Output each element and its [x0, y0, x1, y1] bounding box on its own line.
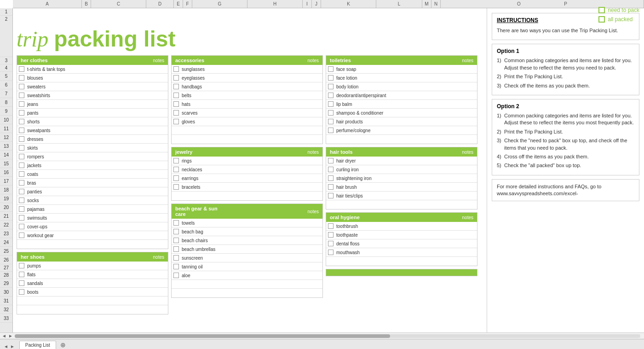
packing-list-tab[interactable]: Packing List: [19, 341, 56, 349]
hair-tools-notes: notes: [462, 150, 473, 155]
item-checkbox[interactable]: [173, 238, 179, 243]
item-checkbox[interactable]: [328, 184, 334, 190]
item-checkbox[interactable]: [173, 175, 179, 181]
item-label: sweatpants: [27, 128, 166, 133]
item-checkbox[interactable]: [19, 198, 24, 203]
item-checkbox[interactable]: [19, 224, 24, 229]
item-label: rings: [182, 158, 321, 163]
item-checkbox[interactable]: [328, 84, 334, 89]
item-checkbox[interactable]: [19, 75, 24, 81]
item-checkbox[interactable]: [173, 184, 179, 190]
item-checkbox[interactable]: [19, 215, 24, 221]
option2-title: Option 2: [497, 103, 634, 110]
item-label: hats: [182, 102, 321, 107]
item-checkbox[interactable]: [19, 110, 24, 116]
item-checkbox[interactable]: [173, 101, 179, 107]
item-checkbox[interactable]: [328, 75, 334, 81]
beach-gear-header: beach gear & sun care notes: [172, 204, 322, 219]
item-checkbox[interactable]: [19, 128, 24, 133]
list-item: swimsuits: [17, 214, 168, 222]
item-checkbox[interactable]: [328, 119, 334, 124]
scroll-thumb[interactable]: [15, 334, 390, 338]
item-checkbox[interactable]: [173, 229, 179, 234]
item-checkbox[interactable]: [173, 110, 179, 116]
item-checkbox[interactable]: [328, 158, 334, 163]
item-checkbox[interactable]: [328, 93, 334, 98]
item-checkbox[interactable]: [173, 220, 179, 226]
item-checkbox[interactable]: [19, 136, 24, 142]
item-checkbox[interactable]: [173, 75, 179, 81]
item-checkbox[interactable]: [19, 66, 24, 72]
item-checkbox[interactable]: [19, 145, 24, 151]
scroll-track[interactable]: [15, 334, 640, 338]
item-checkbox[interactable]: [173, 93, 179, 98]
item-checkbox[interactable]: [328, 66, 334, 72]
item-checkbox[interactable]: [173, 158, 179, 163]
horizontal-scrollbar[interactable]: ◄ ►: [0, 332, 644, 339]
item-checkbox[interactable]: [19, 189, 24, 194]
item-checkbox[interactable]: [19, 272, 24, 277]
row-18: 18: [0, 186, 12, 194]
item-checkbox[interactable]: [328, 241, 334, 246]
item-checkbox[interactable]: [328, 101, 334, 107]
list-item: aloe: [172, 271, 322, 280]
empty-row: [172, 126, 322, 135]
item-checkbox[interactable]: [328, 223, 334, 229]
item-checkbox[interactable]: [19, 119, 24, 124]
item-checkbox[interactable]: [19, 163, 24, 168]
item-checkbox[interactable]: [328, 232, 334, 238]
list-item: sunglasses: [172, 65, 322, 74]
item-checkbox[interactable]: [19, 180, 24, 186]
item-checkbox[interactable]: [328, 193, 334, 198]
item-checkbox[interactable]: [19, 289, 24, 295]
item-checkbox[interactable]: [328, 250, 334, 255]
item-checkbox[interactable]: [173, 264, 179, 269]
col-l: L: [376, 0, 422, 8]
footer-note-text: For more detailed instructions and FAQs,…: [497, 184, 601, 196]
row-31: 31: [0, 297, 12, 305]
item-checkbox[interactable]: [328, 128, 334, 133]
item-checkbox[interactable]: [19, 93, 24, 98]
empty-row: [17, 240, 168, 249]
tab-right-arrow[interactable]: ►: [10, 344, 15, 349]
option2-step1: Common packing categories and items are …: [497, 112, 634, 127]
list-item: lip balm: [326, 100, 477, 109]
instructions-intro: There are two ways you can use the Trip …: [497, 27, 634, 34]
scroll-right-arrow[interactable]: ►: [8, 333, 13, 338]
item-checkbox[interactable]: [19, 101, 24, 107]
item-checkbox[interactable]: [328, 167, 334, 172]
list-item: sweaters: [17, 82, 168, 91]
item-label: hair ties/clips: [336, 193, 475, 198]
her-shoes-notes: notes: [153, 255, 164, 260]
item-checkbox[interactable]: [173, 255, 179, 261]
row-14: 14: [0, 151, 12, 159]
item-checkbox[interactable]: [328, 110, 334, 116]
item-checkbox[interactable]: [173, 119, 179, 124]
row-15: 15: [0, 159, 12, 168]
item-label: boots: [27, 290, 166, 295]
item-checkbox[interactable]: [19, 171, 24, 177]
item-checkbox[interactable]: [19, 154, 24, 159]
tab-left-arrow[interactable]: ◄: [4, 344, 8, 349]
item-checkbox[interactable]: [19, 280, 24, 286]
item-label: pajamas: [27, 207, 166, 212]
item-checkbox[interactable]: [173, 273, 179, 278]
item-checkbox[interactable]: [173, 84, 179, 89]
list-item: sweatpants: [17, 126, 168, 135]
item-checkbox[interactable]: [173, 167, 179, 172]
empty-row: [172, 280, 322, 289]
row-numbers: 1 2 3 4 5 6 7 8 9 10 11 12 13 14 15 16 1…: [0, 8, 13, 332]
accessories-block: accessories notes sunglasses eyeglasses …: [171, 55, 323, 144]
item-checkbox[interactable]: [328, 175, 334, 181]
list-item: necklaces: [172, 165, 322, 174]
item-label: aloe: [182, 273, 321, 278]
item-checkbox[interactable]: [19, 84, 24, 89]
item-checkbox[interactable]: [19, 206, 24, 212]
item-checkbox[interactable]: [173, 246, 179, 252]
option1-title: Option 1: [497, 48, 634, 54]
item-checkbox[interactable]: [173, 66, 179, 72]
item-checkbox[interactable]: [19, 233, 24, 238]
item-checkbox[interactable]: [19, 263, 24, 268]
add-tab-button[interactable]: ⊕: [59, 341, 67, 349]
scroll-left-arrow[interactable]: ◄: [2, 333, 6, 338]
